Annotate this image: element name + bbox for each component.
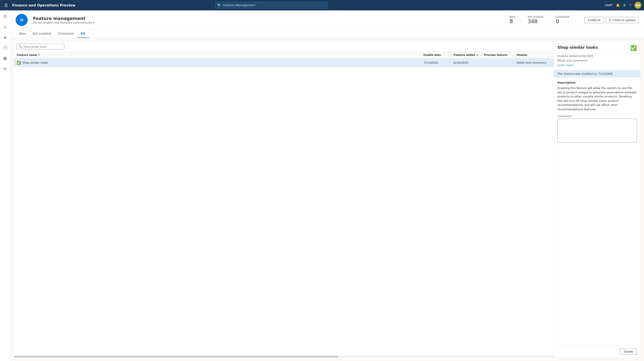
detail-body: Description Enabling this feature will a… <box>554 78 640 346</box>
enabled-check-icon: ✅ <box>17 61 21 65</box>
list-panel: 🔍 Feature name ↑ Enable date Feature add… <box>14 41 554 357</box>
topbar: ☰ Finance and Operations Preview 🔍 Featu… <box>0 0 644 11</box>
stat-not-enabled-label: Not enabled <box>528 15 543 19</box>
refresh-icon: ↻ <box>609 19 611 22</box>
detail-footer: Disable <box>554 346 640 357</box>
col-enable-date-label: Enable date <box>424 54 441 57</box>
enabled-banner-text: This feature was enabled on 7/13/2020 <box>558 72 612 75</box>
detail-meta: Feature added 6/16/2020 Retail and comme… <box>554 54 640 70</box>
detail-description: Enabling this feature will allow the sys… <box>558 86 637 111</box>
table-row[interactable]: ✅ Shop similar looks 7/13/2020 6/16/2020… <box>14 59 554 67</box>
notifications-icon[interactable]: 🔔 <box>616 4 620 7</box>
search-icon: 🔍 <box>218 4 221 7</box>
col-module-label: Module <box>516 54 527 57</box>
detail-feature-added: Feature added 6/16/2020 <box>558 54 637 59</box>
chevron-down-icon: ▾ <box>93 21 94 24</box>
search-box[interactable]: 🔍 <box>17 44 64 49</box>
detail-enabled-icon: ✅ <box>630 45 637 51</box>
list-body: ✅ Shop similar looks 7/13/2020 6/16/2020… <box>14 59 554 355</box>
sidebar: ☰ ⌂ ★ 🕐 ▦ ≡ <box>0 11 10 361</box>
sidebar-item-recent[interactable]: 🕐 <box>1 43 10 52</box>
stat-not-enabled: Not enabled 348 <box>522 15 550 25</box>
header-actions: Enable all ↻ Check for updates <box>584 17 639 23</box>
sidebar-item-home[interactable]: ⌂ <box>1 23 10 31</box>
description-title: Description <box>558 81 637 84</box>
stat-new: New 8 <box>510 15 522 25</box>
detail-module: Retail and commerce <box>558 59 637 63</box>
learn-more-link[interactable]: Learn more <box>558 63 637 68</box>
comments-textarea[interactable] <box>558 119 637 143</box>
list-search: 🔍 <box>14 42 554 52</box>
col-enable-date[interactable]: Enable date <box>424 54 454 57</box>
main-layout: ☰ ⌂ ★ 🕐 ▦ ≡ ≡ Feature management Do not … <box>0 11 644 361</box>
col-feature-name-label: Feature name <box>17 54 37 57</box>
page-icon: ≡ <box>16 14 28 26</box>
col-preview-feature-label: Preview feature <box>484 54 508 57</box>
sidebar-item-favorites[interactable]: ★ <box>1 33 10 42</box>
search-icon: 🔍 <box>18 45 22 48</box>
check-updates-label: Check for updates <box>612 19 636 22</box>
sort-desc-icon: ↓ <box>476 54 478 57</box>
stat-scheduled-value: 0 <box>556 19 570 25</box>
stat-not-enabled-value: 348 <box>528 19 543 25</box>
detail-enabled-banner: This feature was enabled on 7/13/2020 <box>554 70 640 78</box>
help-icon[interactable]: ? <box>630 4 631 7</box>
detail-header: Shop similar looks ✅ <box>554 42 640 54</box>
tab-all[interactable]: All <box>77 30 88 38</box>
topbar-menu-icon[interactable]: ☰ <box>2 2 10 9</box>
settings-icon[interactable]: ⚙ <box>623 4 626 7</box>
feature-name-text: Shop similar looks <box>22 61 48 64</box>
sidebar-item-workspaces[interactable]: ▦ <box>1 54 10 62</box>
col-preview-feature[interactable]: Preview feature <box>484 54 516 57</box>
tab-not-enabled[interactable]: Not enabled <box>29 30 54 38</box>
detail-title: Shop similar looks <box>558 45 630 50</box>
feature-management-icon: ≡ <box>20 17 24 23</box>
tab-scheduled[interactable]: Scheduled <box>54 30 77 38</box>
cell-module: Retail and commerce <box>516 61 551 64</box>
col-feature-name[interactable]: Feature name ↑ <box>17 54 424 57</box>
topbar-search[interactable]: 🔍 Feature Management <box>215 2 328 9</box>
stat-new-label: New <box>510 15 515 19</box>
disable-button[interactable]: Disable <box>620 348 637 355</box>
table-header: Feature name ↑ Enable date Feature added… <box>14 52 554 59</box>
avatar[interactable]: BE <box>634 2 642 9</box>
detail-panel: Shop similar looks ✅ Feature added 6/16/… <box>554 41 640 357</box>
sort-asc-icon: ↑ <box>38 54 40 57</box>
page-subtitle[interactable]: Do not enable new features automatically… <box>33 21 504 24</box>
col-module[interactable]: Module <box>516 54 551 57</box>
topbar-user-label: USRT <box>605 4 612 7</box>
topbar-title: Finance and Operations Preview <box>12 3 75 7</box>
check-updates-button[interactable]: ↻ Check for updates <box>606 17 639 23</box>
cell-feature-added: 6/16/2020 <box>454 61 484 64</box>
col-feature-added-label: Feature added <box>454 54 475 57</box>
tabs: New Not enabled Scheduled All <box>10 30 644 38</box>
topbar-search-text: Feature Management <box>223 4 256 7</box>
scrollbar-thumb[interactable] <box>14 356 338 357</box>
page-header: ≡ Feature management Do not enable new f… <box>10 11 644 30</box>
sidebar-item-menu[interactable]: ☰ <box>1 12 10 21</box>
cell-enable-date: 7/13/2020 <box>424 61 454 64</box>
stat-scheduled: Scheduled 0 <box>550 15 576 25</box>
col-feature-added[interactable]: Feature added ↓ <box>454 54 484 57</box>
search-input[interactable] <box>24 45 62 48</box>
topbar-right: USRT 🔔 ⚙ ? BE <box>605 2 642 9</box>
comments-label: Comments <box>558 115 637 118</box>
tab-new[interactable]: New <box>16 30 29 38</box>
page-title-group: Feature management Do not enable new fea… <box>33 16 504 24</box>
stat-scheduled-label: Scheduled <box>556 15 570 19</box>
main-content: 🔍 Feature name ↑ Enable date Feature add… <box>10 38 644 361</box>
stat-new-value: 8 <box>510 19 515 25</box>
scrollbar-track[interactable] <box>14 355 554 357</box>
page-title: Feature management <box>33 16 504 21</box>
header-stats: New 8 Not enabled 348 Scheduled 0 <box>510 15 576 25</box>
sidebar-item-modules[interactable]: ≡ <box>1 64 10 73</box>
cell-feature-name: ✅ Shop similar looks <box>17 61 424 65</box>
enable-all-button[interactable]: Enable all <box>584 17 604 23</box>
subtitle-text: Do not enable new features automatically <box>33 21 92 24</box>
content-area: ≡ Feature management Do not enable new f… <box>10 11 644 361</box>
